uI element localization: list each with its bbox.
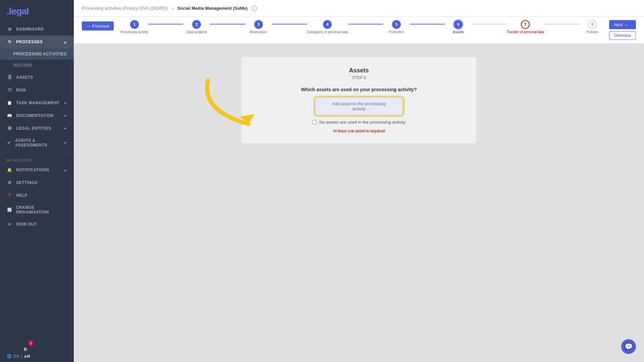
- lang-da[interactable]: DA: [14, 354, 19, 359]
- sidebar-item-processing-activities[interactable]: PROCESSING ACTIVITIES: [0, 48, 74, 60]
- sidebar-item-label: ASSETS: [16, 75, 33, 80]
- main-content: Processing activities (Privacy ENG (DEMO…: [74, 0, 644, 362]
- connector-5-6: [410, 24, 445, 24]
- sidebar-item-label: SIGN OUT: [16, 222, 37, 227]
- sidebar-item-help[interactable]: ❓ HELP: [0, 189, 74, 202]
- sidebar-item-audits-assessments[interactable]: ✔ AUDITS & ASSESSMENTS ▼: [0, 135, 74, 151]
- assets-title: Assets: [349, 67, 369, 74]
- step-circle-4: 4: [323, 20, 332, 29]
- sidebar-item-processes[interactable]: ↻ PROCESSES ▲: [0, 36, 74, 48]
- sidebar-item-label: SETTINGS: [16, 180, 38, 185]
- content-area: Assets STEP 6 Which assets are used on y…: [74, 44, 644, 362]
- wizard-bar: ← Previous 1 Processing activity 2 Data …: [74, 17, 644, 44]
- intercom-button[interactable]: g. 3: [19, 341, 33, 355]
- sidebar-item-label: NOTIFICATIONS: [16, 168, 49, 172]
- clipboard-icon: 📋: [7, 100, 13, 106]
- step-3[interactable]: 3 Association: [245, 20, 272, 34]
- sidebar-item-sign-out[interactable]: ⎋ SIGN OUT: [0, 218, 74, 231]
- no-assets-checkbox[interactable]: [312, 120, 317, 124]
- step-circle-8: 8: [588, 20, 597, 29]
- sidebar-item-label: RECORD: [13, 63, 32, 68]
- wizard-nav: Next → Overview: [609, 20, 636, 43]
- sidebar-item-settings[interactable]: ⚙ SETTINGS: [0, 176, 74, 189]
- brand-logo[interactable]: .legal: [0, 0, 74, 23]
- chevron-down-icon: ▼: [64, 114, 67, 118]
- breadcrumb-current: Social Media Management (SoMe): [177, 6, 248, 11]
- step-4[interactable]: 4 Categories of personal data: [307, 20, 348, 34]
- step-label-6: Assets: [453, 30, 464, 34]
- wizard-steps: 1 Processing activity 2 Data subjects 3 …: [120, 20, 606, 37]
- sidebar-item-legal-entities[interactable]: 🏛 LEGAL ENTITIES ▼: [0, 122, 74, 135]
- sidebar-item-label: AUDITS & ASSESSMENTS: [15, 138, 60, 147]
- step-7[interactable]: 7 Transfer of personal data: [506, 20, 544, 34]
- gear-icon: ⚙: [7, 180, 13, 186]
- connector-6-7: [472, 24, 506, 24]
- no-assets-row: No assets are used in the processing act…: [312, 120, 406, 125]
- signout-icon: ⎋: [7, 221, 13, 227]
- intercom-badge: 3: [28, 341, 34, 346]
- sidebar-item-assets[interactable]: 🗄 ASSETS: [0, 71, 74, 84]
- sidebar-item-label: PROCESSES: [16, 40, 43, 44]
- book-icon: 📖: [7, 113, 13, 119]
- step-5[interactable]: 5 Protection: [383, 20, 410, 34]
- step-label-4: Categories of personal data: [307, 30, 348, 34]
- sidebar-item-risk[interactable]: 🛡 RISK: [0, 84, 74, 97]
- check-circle-icon: ✔: [7, 140, 12, 146]
- sidebar-item-task-management[interactable]: 📋 TASK MANAGEMENT ▼: [0, 97, 74, 109]
- step-1[interactable]: 1 Processing activity: [120, 20, 148, 34]
- language-selector[interactable]: 🌐 DA | EN: [0, 351, 74, 362]
- step-6[interactable]: 6 Assets: [445, 20, 472, 34]
- previous-button[interactable]: ← Previous: [82, 21, 114, 31]
- sidebar-item-label: DOCUMENTATION: [16, 113, 53, 118]
- brand-dot: .: [7, 6, 9, 16]
- step-8[interactable]: 8 Policies: [579, 20, 606, 34]
- globe-icon: 🌐: [7, 354, 12, 359]
- step-circle-3: 3: [254, 20, 263, 29]
- breadcrumb-separator: ›: [172, 5, 173, 11]
- sidebar-bottom: 🌐 DA | EN: [0, 351, 74, 362]
- assets-question: Which assets are used on your processing…: [301, 87, 417, 92]
- step-label-8: Policies: [587, 30, 598, 34]
- sidebar-item-label: LEGAL ENTITIES: [16, 126, 51, 131]
- intercom-label: g.: [24, 346, 28, 351]
- sidebar-item-label: PROCESSING ACTIVITIES: [13, 52, 67, 56]
- step-circle-7: 7: [521, 20, 530, 29]
- sidebar-item-notifications[interactable]: 🔔 NOTIFICATIONS ▲: [0, 164, 74, 176]
- step-label-7: Transfer of personal data: [506, 30, 544, 34]
- repeat-icon: ↻: [7, 39, 13, 45]
- step-label-3: Association: [250, 30, 267, 34]
- sidebar-item-label: DASHBOARD: [16, 27, 44, 32]
- shield-icon: 🛡: [7, 87, 13, 93]
- add-asset-button[interactable]: Add asset to the processing activity: [315, 98, 402, 115]
- next-button[interactable]: Next →: [609, 20, 636, 29]
- sidebar-item-label: HELP: [16, 193, 28, 198]
- connector-3-4: [272, 24, 307, 24]
- breadcrumb-parent: Processing activities (Privacy ENG (DEMO…: [82, 6, 168, 11]
- database-icon: 🗄: [7, 74, 13, 80]
- sidebar-item-documentation[interactable]: 📖 DOCUMENTATION ▼: [0, 109, 74, 122]
- bell-icon: 🔔: [7, 167, 13, 173]
- connector-7-8: [544, 24, 579, 24]
- lang-separator: |: [21, 354, 22, 359]
- validation-error: At least one asset is required: [333, 129, 385, 133]
- sidebar-item-change-organisation[interactable]: 🔄 CHANGE ORGANISATION: [0, 202, 74, 218]
- change-org-icon: 🔄: [7, 207, 12, 213]
- assets-step: STEP 6: [352, 75, 366, 80]
- step-label-1: Processing activity: [120, 30, 148, 34]
- chat-button[interactable]: 💬: [621, 339, 636, 354]
- step-label-5: Protection: [389, 30, 404, 34]
- overview-button[interactable]: Overview: [609, 31, 636, 40]
- step-2[interactable]: 2 Data subjects: [183, 20, 210, 34]
- sidebar-item-label: CHANGE ORGANISATION: [16, 205, 67, 215]
- sidebar-item-record[interactable]: RECORD: [0, 60, 74, 71]
- sidebar: .legal ⊞ DASHBOARD ↻ PROCESSES ▲ PROCESS…: [0, 0, 74, 362]
- chat-icon: 💬: [625, 343, 633, 351]
- info-icon: i: [252, 6, 257, 11]
- sidebar-item-label: RISK: [16, 88, 26, 93]
- assets-card: Assets STEP 6 Which assets are used on y…: [241, 57, 476, 143]
- help-circle-icon: ❓: [7, 192, 13, 198]
- sidebar-item-label: TASK MANAGEMENT: [16, 101, 60, 105]
- chevron-down-icon: ▼: [64, 141, 67, 145]
- building-icon: 🏛: [7, 125, 13, 131]
- sidebar-item-dashboard[interactable]: ⊞ DASHBOARD: [0, 23, 74, 36]
